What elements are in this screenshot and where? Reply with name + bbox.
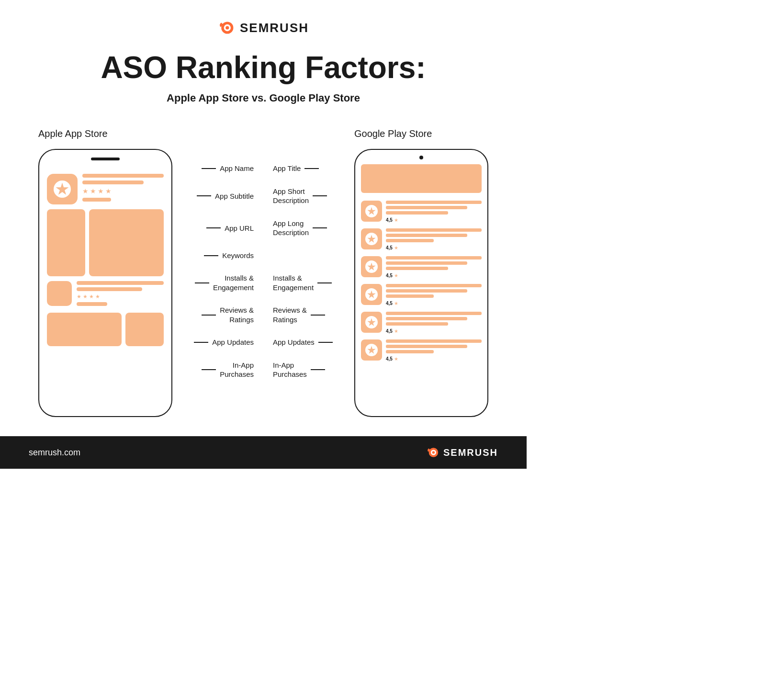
iphone-bottom-wide [47, 313, 164, 346]
factor-right-7: App Updates [273, 338, 354, 347]
android-icon-inner-6 [365, 344, 378, 356]
android-rating-text-4: 4,5 [386, 301, 393, 306]
footer-logo: SEMRUSH [426, 446, 498, 459]
bar-b [77, 287, 142, 291]
android-icon-inner-1 [365, 205, 378, 217]
factor-row-3: App URL App LongDescription [172, 212, 354, 244]
footer: semrush.com SEMRUSH [0, 436, 527, 469]
connector-left-1 [202, 168, 216, 169]
android-bar-5c [386, 322, 448, 326]
android-bar-6c [386, 350, 434, 353]
android-bar-4b [386, 289, 467, 293]
wide-block-left [47, 313, 122, 346]
factor-row-5: Installs &Engagement Installs &Engagemen… [172, 267, 354, 299]
star-b3: ★ [89, 294, 94, 300]
factor-right-2: App ShortDescription [273, 187, 354, 205]
connector-right-7 [318, 342, 333, 343]
android-bar-3c [386, 267, 448, 270]
android-bar-2c [386, 239, 434, 242]
iphone-content: ★ ★ ★ ★ [47, 174, 164, 408]
android-header-banner [361, 164, 482, 193]
app-icon-small-1 [47, 281, 72, 306]
screenshot-right [89, 209, 164, 276]
app-icon-large [47, 174, 78, 204]
android-icon-5 [361, 312, 382, 333]
app-bar-3 [82, 198, 111, 202]
iphone-top-row: ★ ★ ★ ★ [47, 174, 164, 204]
android-app-info-4: 4,5 ★ [386, 284, 482, 306]
gear-icon-android-3 [367, 262, 376, 271]
factor-row-8: In-AppPurchases In-AppPurchases [172, 354, 354, 386]
android-content: 4,5 ★ [361, 164, 482, 364]
connector-left-3 [206, 227, 221, 228]
page-subtitle: Apple App Store vs. Google Play Store [167, 92, 360, 104]
android-row-1: 4,5 ★ [361, 198, 482, 226]
factor-label-right-1: App Title [273, 164, 301, 173]
factor-label-right-5: Installs &Engagement [273, 273, 314, 292]
android-app-info-2: 4,5 ★ [386, 228, 482, 250]
app-info-small: ★ ★ ★ ★ [77, 281, 164, 306]
gear-icon-android-6 [367, 346, 376, 354]
android-app-info-3: 4,5 ★ [386, 256, 482, 278]
iphone-notch [91, 158, 120, 160]
factor-label-left-4: Keywords [222, 251, 254, 260]
android-bar-5a [386, 312, 482, 315]
factor-label-right-2: App ShortDescription [273, 187, 309, 205]
factor-label-right-6: Reviews &Ratings [273, 305, 307, 324]
star-1: ★ [82, 187, 89, 195]
android-rating-4: 4,5 ★ [386, 301, 482, 306]
main-container: SEMRUSH ASO Ranking Factors: Apple App S… [0, 0, 527, 417]
connector-right-2 [313, 195, 327, 196]
connector-right-6 [311, 315, 325, 316]
gear-icon [56, 182, 69, 196]
android-bar-6b [386, 345, 467, 348]
screenshot-left [47, 209, 85, 276]
content-area: Apple App Store [29, 128, 498, 417]
factor-label-left-5: Installs &Engagement [213, 273, 254, 292]
gear-icon-android-2 [367, 235, 376, 243]
stars-row-2: ★ ★ ★ ★ [77, 294, 164, 300]
android-bar-1b [386, 206, 467, 209]
app-bar-2 [82, 181, 144, 184]
factor-row-2: App Subtitle App ShortDescription [172, 180, 354, 212]
android-rating-6: 4,5 ★ [386, 356, 482, 361]
footer-logo-icon [426, 446, 439, 459]
factor-label-right-3: App LongDescription [273, 219, 309, 237]
factor-left-1: App Name [172, 164, 254, 173]
connector-left-6 [202, 315, 216, 316]
iphone-bottom-card: ★ ★ ★ ★ [47, 281, 164, 306]
google-store-label: Google Play Store [354, 128, 432, 139]
gear-icon-android-4 [367, 290, 376, 299]
android-app-info-5: 4,5 ★ [386, 312, 482, 334]
android-bar-6a [386, 339, 482, 343]
android-bar-4a [386, 284, 482, 287]
factor-label-left-8: In-AppPurchases [220, 361, 254, 379]
factor-row-6: Reviews &Ratings Reviews &Ratings [172, 299, 354, 331]
android-app-info-6: 4,5 ★ [386, 339, 482, 361]
android-row-2: 4,5 ★ [361, 226, 482, 253]
android-bar-2b [386, 234, 467, 237]
android-bar-3a [386, 256, 482, 260]
star-b2: ★ [83, 294, 88, 300]
android-row-4: 4,5 ★ [361, 281, 482, 309]
android-bar-3b [386, 261, 467, 265]
android-star-1: ★ [394, 217, 398, 223]
android-icon-inner-4 [365, 288, 378, 301]
android-mockup: 4,5 ★ [354, 149, 488, 417]
bar-c [77, 302, 107, 306]
semrush-logo-icon [218, 19, 235, 36]
android-star-3: ★ [394, 273, 398, 278]
connector-right-5 [317, 282, 332, 283]
factor-right-5: Installs &Engagement [273, 273, 354, 292]
page-title: ASO Ranking Factors: [101, 51, 426, 84]
google-section: Google Play Store [354, 128, 488, 417]
android-rating-1: 4,5 ★ [386, 217, 482, 223]
bar-a [77, 281, 164, 285]
wide-block-right [125, 313, 164, 346]
iphone-big-section [47, 209, 164, 276]
android-row-3: 4,5 ★ [361, 253, 482, 281]
factor-label-left-2: App Subtitle [215, 192, 254, 201]
factor-left-3: App URL [172, 224, 254, 233]
android-rating-5: 4,5 ★ [386, 328, 482, 334]
factor-label-left-1: App Name [220, 164, 254, 173]
